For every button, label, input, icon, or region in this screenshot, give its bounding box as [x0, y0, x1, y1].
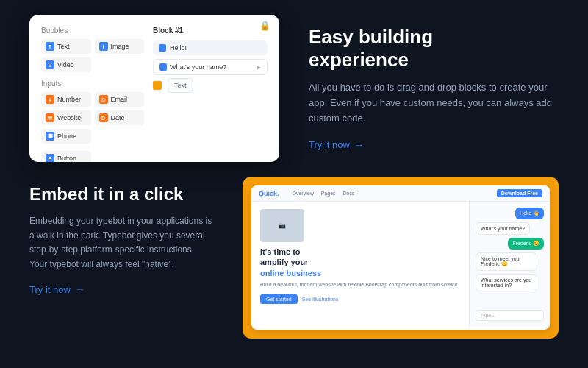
phone-icon: ☎ — [46, 132, 54, 141]
hero-image: 📷 — [260, 209, 304, 242]
browser-buttons: Get started See Illustrations — [260, 294, 460, 304]
nav-docs: Docs — [343, 191, 355, 196]
section-desc-bottom: Embedding your typebot in your applicati… — [29, 214, 213, 272]
bubble-icon-1 — [159, 44, 166, 52]
section-title-embed: Embed it in a click — [29, 184, 213, 205]
dropdown-arrow: ▶ — [257, 64, 261, 71]
chat-bubble-hello: Hello! — [153, 40, 268, 55]
browser-window: Quick. Overview Pages Docs Download Free… — [251, 185, 550, 330]
chat-bubble-name: What's your name? ▶ — [153, 59, 268, 75]
chat-msg-frederic: Frederic 😊 — [508, 238, 544, 250]
block-text: T Text — [41, 39, 91, 54]
block-date: D Date — [95, 110, 145, 125]
top-section: 🔒 Bubbles T Text I Image V Video — [0, 0, 588, 177]
try-link-top[interactable]: Try it now → — [309, 139, 365, 151]
number-icon: # — [46, 95, 54, 104]
bottom-section: Embed it in a click Embedding your typeb… — [0, 177, 588, 353]
browser-chat: Hello 👋 What's your name? Frederic 😊 Nic… — [469, 202, 550, 327]
block-email: @ Email — [95, 92, 145, 107]
email-icon: @ — [99, 95, 108, 104]
lock-icon: 🔒 — [259, 21, 270, 31]
text-icon: T — [46, 42, 54, 51]
try-link-bottom[interactable]: Try it now → — [29, 283, 85, 295]
chat-msg-name-q: What's your name? — [476, 222, 530, 235]
left-content-bottom: Embed it in a click Embedding your typeb… — [29, 177, 213, 296]
chat-msg-services: What services are you interested in? — [476, 274, 537, 291]
video-icon: V — [46, 60, 54, 69]
browser-main-title: It's time to amplify your online busines… — [260, 247, 460, 278]
browser-topbar: Quick. Overview Pages Docs Download Free — [251, 185, 550, 202]
browser-desc: Build a beautiful, modern website with f… — [260, 281, 460, 289]
left-panel: Bubbles T Text I Image V Video Input — [41, 26, 144, 150]
browser-logo: Quick. — [259, 190, 279, 197]
image-icon: I — [99, 42, 108, 51]
download-free-button[interactable]: Download Free — [497, 189, 542, 197]
arrow-right-icon: → — [354, 139, 365, 151]
button-grid: B Button — [41, 151, 144, 162]
block-image: I Image — [95, 39, 145, 54]
browser-nav: Overview Pages Docs — [293, 191, 491, 196]
block-phone: ☎ Phone — [41, 129, 91, 144]
chat-input[interactable]: Type... — [476, 310, 544, 321]
inputs-grid: # Number @ Email W Website D Date — [41, 92, 144, 144]
browser-body: 📷 It's time to amplify your online busin… — [251, 202, 550, 327]
bubbles-label: Bubbles — [41, 26, 144, 35]
browser-main: 📷 It's time to amplify your online busin… — [251, 202, 469, 327]
section-desc-top: All you have to do is drag and drop bloc… — [309, 80, 559, 126]
dropdown-suggestion-row: Text — [153, 78, 268, 93]
builder-mockup: 🔒 Bubbles T Text I Image V Video — [29, 15, 279, 162]
chat-msg-meet: Nice to meet you Frederic 😊 — [476, 252, 537, 271]
inputs-label: Inputs — [41, 79, 144, 88]
section-title-easy: Easy building experience — [309, 26, 559, 71]
block-website: W Website — [41, 110, 91, 125]
chat-msg-hello: Hello 👋 — [515, 208, 544, 219]
right-panel: Block #1 Hello! What's your name? ▶ Text — [153, 26, 268, 150]
block-button: B Button — [41, 151, 91, 162]
browser-mockup: Quick. Overview Pages Docs Download Free… — [243, 177, 559, 339]
highlight-text: online business — [260, 269, 321, 277]
date-icon: D — [99, 113, 108, 122]
block-video: V Video — [41, 57, 91, 72]
get-started-button[interactable]: Get started — [260, 294, 298, 304]
block-number-header: Block #1 — [153, 26, 268, 35]
nav-overview: Overview — [293, 191, 314, 196]
arrow-right-icon-2: → — [75, 283, 85, 295]
right-content-top: Easy building experience All you have to… — [309, 26, 559, 152]
nav-pages: Pages — [321, 191, 336, 196]
website-icon: W — [46, 113, 54, 122]
bubble-icon-2 — [159, 63, 167, 71]
see-illustrations-link[interactable]: See Illustrations — [302, 294, 339, 304]
text-block-icon — [153, 81, 162, 90]
dropdown-text-item: Text — [168, 78, 193, 93]
bubbles-grid: T Text I Image V Video — [41, 39, 144, 72]
block-number: # Number — [41, 92, 91, 107]
builder-inner: Bubbles T Text I Image V Video Input — [41, 26, 268, 150]
button-icon: B — [46, 154, 54, 162]
